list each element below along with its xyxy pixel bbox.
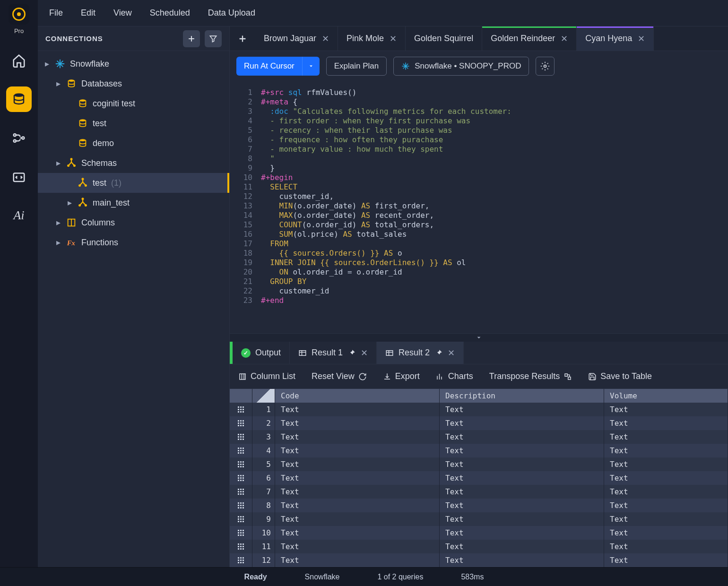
- grid-cell[interactable]: Text: [275, 457, 440, 471]
- grid-cell[interactable]: Text: [275, 499, 440, 512]
- pin-icon[interactable]: [434, 349, 443, 357]
- row-drag-handle[interactable]: [230, 540, 252, 553]
- close-icon[interactable]: ✕: [390, 34, 397, 44]
- editor-tab[interactable]: Pink Mole✕: [338, 26, 406, 51]
- row-drag-handle[interactable]: [230, 553, 252, 567]
- grid-cell[interactable]: Text: [604, 457, 728, 471]
- menu-view[interactable]: View: [113, 8, 132, 18]
- row-drag-handle[interactable]: [230, 526, 252, 540]
- grid-cell[interactable]: Text: [440, 499, 604, 512]
- row-drag-handle[interactable]: [230, 499, 252, 512]
- editor-tab[interactable]: Brown Jaguar✕: [255, 26, 338, 51]
- grid-cell[interactable]: Text: [440, 526, 604, 540]
- grid-row[interactable]: 8TextTextText: [230, 499, 728, 512]
- tree-item[interactable]: ▸Databases: [38, 74, 229, 94]
- close-icon[interactable]: ✕: [561, 34, 568, 44]
- grid-header-cell[interactable]: Code: [275, 389, 440, 403]
- grid-cell[interactable]: Text: [440, 457, 604, 471]
- grid-cell[interactable]: Text: [275, 416, 440, 430]
- tree-item[interactable]: coginiti test: [38, 94, 229, 113]
- row-drag-handle[interactable]: [230, 485, 252, 499]
- row-drag-handle[interactable]: [230, 430, 252, 444]
- grid-row[interactable]: 7TextTextText: [230, 485, 728, 499]
- grid-cell[interactable]: Text: [440, 430, 604, 444]
- rail-code[interactable]: [6, 164, 32, 190]
- grid-header-cell[interactable]: Description: [440, 389, 604, 403]
- grid-cell[interactable]: Text: [275, 540, 440, 553]
- filter-connections-button[interactable]: [205, 30, 222, 47]
- reset-view-button[interactable]: Reset View: [312, 371, 367, 381]
- grid-cell[interactable]: Text: [604, 485, 728, 499]
- row-drag-handle[interactable]: [230, 457, 252, 471]
- add-connection-button[interactable]: [183, 30, 200, 47]
- grid-row[interactable]: 9TextTextText: [230, 512, 728, 526]
- save-table-button[interactable]: Save to Table: [588, 371, 652, 381]
- grid-cell[interactable]: Text: [440, 553, 604, 567]
- rail-pipeline[interactable]: [6, 125, 32, 151]
- grid-cell[interactable]: Text: [604, 430, 728, 444]
- select-all-corner[interactable]: [252, 389, 275, 403]
- grid-cell[interactable]: Text: [275, 553, 440, 567]
- grid-cell[interactable]: Text: [275, 485, 440, 499]
- grid-cell[interactable]: Text: [440, 512, 604, 526]
- run-dropdown-button[interactable]: [302, 57, 320, 76]
- grid-cell[interactable]: Text: [275, 430, 440, 444]
- grid-cell[interactable]: Text: [604, 416, 728, 430]
- row-drag-handle[interactable]: [230, 512, 252, 526]
- explain-plan-button[interactable]: Explain Plan: [326, 57, 387, 76]
- grid-cell[interactable]: Text: [275, 403, 440, 416]
- grid-cell[interactable]: Text: [604, 553, 728, 567]
- transpose-button[interactable]: Transpose Results: [489, 371, 572, 381]
- tree-item[interactable]: ▸Schemas: [38, 153, 229, 173]
- menu-data-upload[interactable]: Data Upload: [208, 8, 255, 18]
- grid-row[interactable]: 3TextTextText: [230, 430, 728, 444]
- grid-cell[interactable]: Text: [275, 444, 440, 457]
- grid-cell[interactable]: Text: [604, 471, 728, 485]
- grid-cell[interactable]: Text: [275, 512, 440, 526]
- grid-cell[interactable]: Text: [604, 499, 728, 512]
- tree-item[interactable]: test: [38, 113, 229, 133]
- row-drag-handle[interactable]: [230, 471, 252, 485]
- grid-cell[interactable]: Text: [440, 416, 604, 430]
- row-drag-handle[interactable]: [230, 403, 252, 416]
- rail-database[interactable]: [6, 86, 32, 112]
- grid-row[interactable]: 11TextTextText: [230, 540, 728, 553]
- tree-item[interactable]: test (1): [38, 173, 229, 193]
- column-list-button[interactable]: Column List: [238, 371, 295, 381]
- close-icon[interactable]: ✕: [638, 34, 645, 44]
- pin-icon[interactable]: [347, 349, 356, 357]
- row-drag-handle[interactable]: [230, 444, 252, 457]
- new-tab-button[interactable]: [230, 26, 255, 51]
- editor-tab[interactable]: Golden Squirrel: [406, 26, 482, 51]
- close-icon[interactable]: ✕: [322, 34, 329, 44]
- run-at-cursor-button[interactable]: Run At Cursor: [236, 57, 302, 76]
- split-handle[interactable]: [230, 333, 728, 342]
- connection-selector[interactable]: Snowflake • SNOOPY_PROD: [393, 57, 529, 76]
- editor-tab[interactable]: Golden Reindeer✕: [482, 26, 577, 51]
- grid-cell[interactable]: Text: [604, 512, 728, 526]
- tree-item[interactable]: ▸main_test: [38, 193, 229, 213]
- grid-cell[interactable]: Text: [275, 471, 440, 485]
- grid-cell[interactable]: Text: [440, 471, 604, 485]
- grid-cell[interactable]: Text: [604, 444, 728, 457]
- close-icon[interactable]: ✕: [448, 348, 455, 358]
- output-tab[interactable]: ✓ Output: [233, 342, 290, 364]
- result1-tab[interactable]: Result 1 ✕: [290, 342, 377, 364]
- close-icon[interactable]: ✕: [361, 348, 368, 358]
- grid-header-cell[interactable]: Volume: [604, 389, 728, 403]
- grid-row[interactable]: 2TextTextText: [230, 416, 728, 430]
- rail-ai[interactable]: Ai: [6, 203, 32, 228]
- export-button[interactable]: Export: [383, 371, 420, 381]
- tree-item[interactable]: demo: [38, 133, 229, 153]
- grid-row[interactable]: 1TextTextText: [230, 403, 728, 416]
- grid-row[interactable]: 12TextTextText: [230, 553, 728, 567]
- row-drag-handle[interactable]: [230, 416, 252, 430]
- menu-file[interactable]: File: [49, 8, 63, 18]
- code-editor[interactable]: 1234567891011121314151617181920212223 #+…: [230, 81, 728, 333]
- tree-item[interactable]: ▸Columns: [38, 213, 229, 233]
- grid-row[interactable]: 6TextTextText: [230, 471, 728, 485]
- settings-button[interactable]: [536, 57, 555, 76]
- result-grid[interactable]: CodeDescriptionVolume1TextTextText2TextT…: [230, 389, 728, 567]
- tree-item[interactable]: ▸FxFunctions: [38, 233, 229, 252]
- grid-cell[interactable]: Text: [275, 526, 440, 540]
